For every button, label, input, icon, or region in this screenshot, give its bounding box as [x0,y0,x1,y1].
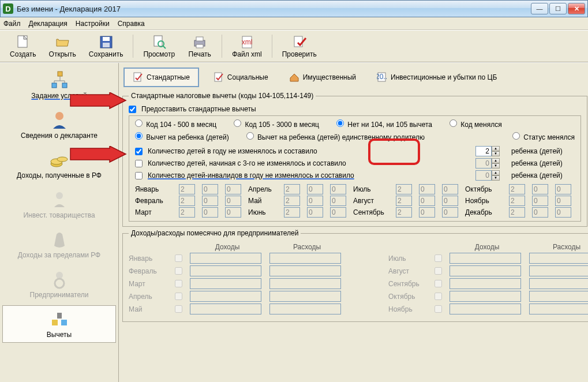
children-from3-label[interactable]: Количество детей, начиная с 3-го не изме… [148,159,346,167]
svg-text:xml: xml [242,38,253,46]
children-inv-spinner[interactable]: ▲▼ [475,170,500,181]
radio-code104[interactable]: Код 104 - 500 в месяц [135,119,216,129]
svg-line-6 [163,46,166,48]
sidebar-label: Вычеты [47,331,72,339]
provide-std-checkbox[interactable] [129,106,136,113]
spin-down[interactable]: ▼ [492,151,500,156]
children-count-spinner[interactable]: ▲▼ [475,146,500,156]
svg-point-24 [56,192,63,199]
std-legend: Стандартные налоговые вычеты (коды 104-1… [129,92,316,100]
menu-declaration[interactable]: Декларация [29,20,68,28]
tab-standard[interactable]: Стандартные [123,68,199,87]
children-from3-spinner[interactable]: ▲▼ [475,158,500,168]
titlebar: D Без имени - Декларация 2017 — ☐ ✕ [0,0,588,17]
xml-icon: xml [239,34,255,50]
svg-rect-12 [294,36,302,47]
sidebar-item-declarant[interactable]: Сведения о декларанте [2,106,116,144]
radio-status-changed[interactable]: Статус менялся [512,132,575,141]
toolbar-create[interactable]: Создать [5,32,42,60]
svg-rect-8 [196,37,203,41]
month-grid: Январь Апрель Июль Октябрь Февраль Май А… [135,184,575,218]
tree-icon [50,70,69,90]
sidebar-item-invest[interactable]: Инвест. товарищества [2,186,116,223]
children-const-label[interactable]: Количество детей в году не изменялось и … [148,147,317,155]
children-from3-checkbox[interactable] [135,160,143,167]
sheet-check-icon [133,72,143,83]
close-button[interactable]: ✕ [568,3,585,14]
sidebar-item-entrepreneurs[interactable]: Предприниматели [2,265,116,303]
tab-property[interactable]: Имущественный [283,69,362,85]
svg-rect-3 [103,43,110,47]
children-inv-checkbox[interactable] [135,172,143,179]
check-icon [291,34,308,50]
svg-rect-15 [62,83,67,88]
invest-icon [50,190,69,209]
sidebar-label: Предприниматели [30,291,89,299]
svg-point-23 [57,157,68,162]
children-inv-label[interactable]: Количество детей-инвалидов в году не изм… [148,171,354,179]
svg-point-20 [55,112,63,120]
coins-icon [50,150,69,170]
toolbar-xml[interactable]: xml Файл xml [227,32,267,60]
preview-icon [151,34,167,50]
entrep-legend: Доходы/расходы помесячно для предпринима… [129,229,301,237]
save-icon [98,34,114,50]
svg-point-25 [56,272,63,279]
tab-social[interactable]: Социальные [207,69,275,85]
separator [272,35,272,58]
menu-help[interactable]: Справка [118,20,145,28]
sidebar-label: Инвест. товарищества [23,211,95,219]
svg-rect-29 [57,313,62,319]
open-icon [54,34,70,50]
person-icon [50,110,69,130]
svg-rect-9 [196,44,203,48]
radio-child[interactable]: Вычет на ребенка (детей) [135,132,229,141]
ent-jan-cb [174,254,183,262]
children-suffix: ребенка (детей) [511,147,575,155]
toolbar-check[interactable]: Проверить [277,32,322,60]
window-title: Без имени - Декларация 2017 [17,5,531,13]
svg-rect-27 [52,320,58,325]
sidebar-item-deductions[interactable]: Вычеты [2,305,116,343]
main-panel: Стандартные Социальные Имущественный 20.… [119,63,588,382]
svg-rect-13 [58,72,62,76]
radio-neither[interactable]: Нет ни 104, ни 105 вычета [336,119,432,129]
svg-rect-14 [52,83,57,88]
annotation-highlight-box [368,138,420,165]
provide-std-label[interactable]: Предоставить стандартные вычеты [141,105,256,113]
toolbar-print[interactable]: Печать [182,32,217,60]
menu-file[interactable]: Файл [3,20,21,28]
tab-investment[interactable]: 20.. Инвестиционные и убытки по ЦБ [370,69,503,85]
new-icon [15,34,31,50]
toolbar-preview[interactable]: Просмотр [138,32,180,60]
svg-rect-28 [61,320,67,325]
app-icon: D [3,3,13,14]
svg-text:20..: 20.. [377,73,387,81]
separator [222,35,222,58]
toolbar-open[interactable]: Открыть [44,32,81,60]
spin-up[interactable]: ▲ [492,146,500,151]
sidebar-label: Сведения о декларанте [21,132,98,140]
minimize-button[interactable]: — [531,3,548,14]
svg-rect-2 [103,37,110,41]
toolbar-save[interactable]: Сохранить [84,32,129,60]
print-icon [192,34,208,50]
toolbar: Создать Открыть Сохранить Просмотр Печат… [0,30,588,62]
house-icon [289,72,299,83]
sheet-num-icon: 20.. [377,72,387,83]
standard-deductions-group: Стандартные налоговые вычеты (коды 104-1… [122,92,587,227]
menubar: Файл Декларация Настройки Справка [0,17,588,30]
radio-code-changed[interactable]: Код менялся [450,119,502,129]
ent-jan-income [190,253,261,264]
jan-1[interactable] [179,184,195,194]
children-const-checkbox[interactable] [135,148,143,155]
maximize-button[interactable]: ☐ [549,3,567,14]
separator [133,35,133,58]
sidebar-item-income-foreign[interactable]: Доходы за пределами РФ [2,226,116,263]
entrepreneur-group: Доходы/расходы помесячно для предпринима… [122,229,588,322]
menu-settings[interactable]: Настройки [76,20,110,28]
annotation-arrow-1 [69,92,127,111]
annotation-arrow-2 [69,146,127,164]
deduct-icon [50,309,69,329]
radio-code105[interactable]: Код 105 - 3000 в месяц [234,119,319,129]
